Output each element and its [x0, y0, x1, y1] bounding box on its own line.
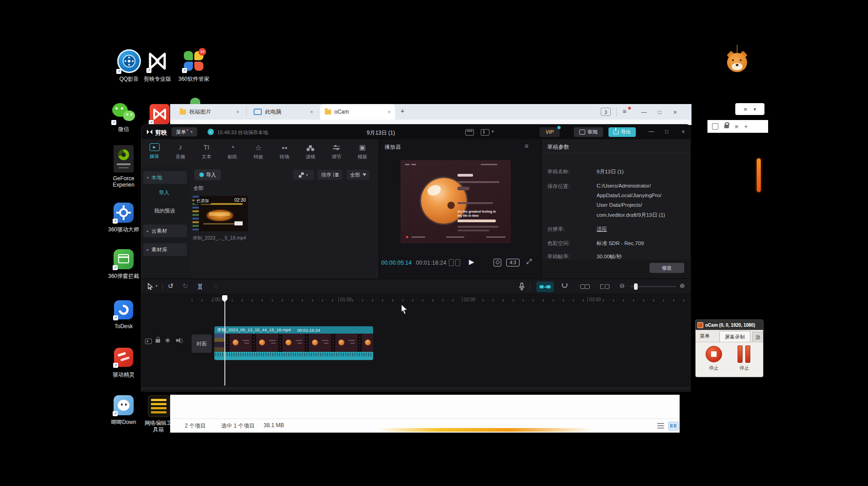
- jy-minimize-button[interactable]: —: [649, 128, 654, 135]
- desktop-icon-wechat[interactable]: ↗ 微信: [109, 102, 138, 134]
- vip-button[interactable]: VIP: [540, 127, 560, 137]
- ocam-tab-partial[interactable]: 游: [752, 332, 764, 342]
- tab-close-icon[interactable]: ×: [310, 110, 313, 115]
- jy-maximize-button[interactable]: □: [665, 128, 668, 135]
- playhead-line[interactable]: [224, 297, 225, 386]
- menu-icon[interactable]: ≡: [735, 123, 738, 130]
- jianying-app-icon[interactable]: ↗: [150, 104, 170, 124]
- ocam-titlebar[interactable]: oCam (0, 0, 1920, 1080): [696, 320, 763, 330]
- menu-icon[interactable]: ≡: [743, 106, 747, 113]
- tab-media[interactable]: ▶ 媒体: [141, 139, 167, 164]
- tab-count-badge[interactable]: 3: [601, 108, 611, 116]
- zoom-in-icon[interactable]: ⊕: [680, 282, 685, 289]
- desktop-icon-network-toolbox[interactable]: 网络编辑工具箱: [143, 395, 173, 439]
- filter-button[interactable]: 全部: [347, 170, 369, 180]
- aspect-ratio-button[interactable]: 4:3: [506, 259, 520, 267]
- split-button[interactable]: ][: [198, 283, 203, 289]
- tab-ocam[interactable]: oCam ×: [320, 104, 395, 120]
- modify-button[interactable]: 修改: [650, 263, 684, 273]
- ocam-tab-screen-record[interactable]: 屏幕录制: [719, 331, 750, 342]
- orange-scrollbar[interactable]: [757, 158, 761, 192]
- prev-frame-icon[interactable]: [449, 259, 454, 266]
- import-button[interactable]: 导入: [194, 169, 221, 180]
- track-main-icon[interactable]: [145, 339, 152, 344]
- desktop-icon-jianying[interactable]: ↗ 剪映专业版: [140, 49, 174, 86]
- desktop-icon-todesk[interactable]: ↗ ToDesk: [109, 300, 138, 339]
- sidebar-item-presets[interactable]: 我的预设: [154, 208, 175, 214]
- media-clip-card[interactable]: 已添加 02:30: [192, 196, 248, 231]
- tab-transitions[interactable]: ▸◂ 转场: [271, 139, 297, 164]
- sidebar-item-cloud[interactable]: ▸ 云素材: [143, 225, 187, 237]
- thumbnail-view-icon[interactable]: [668, 422, 679, 430]
- param-path-line3: User Data/Projects/: [597, 202, 642, 208]
- link-clips-icon[interactable]: [580, 284, 589, 288]
- record-voiceover-icon[interactable]: [519, 282, 525, 290]
- fullscreen-icon[interactable]: ⤢: [526, 257, 532, 266]
- sidebar-item-import[interactable]: 导入: [159, 189, 169, 196]
- desktop-icon-360-popup-blocker[interactable]: ↗ 360弹窗拦截: [109, 249, 138, 291]
- jy-close-button[interactable]: ×: [681, 128, 685, 135]
- tab-effects[interactable]: ☆ 特效: [245, 139, 271, 164]
- link-preview-toggle[interactable]: [536, 282, 554, 292]
- next-frame-icon[interactable]: [455, 259, 460, 266]
- tab-this-pc[interactable]: 此电脑 ×: [249, 104, 317, 120]
- menu-button[interactable]: 菜单 ▾: [172, 127, 197, 136]
- zoom-out-icon[interactable]: ⊖: [619, 282, 625, 289]
- ocam-pause-button[interactable]: [738, 345, 751, 363]
- tab-adjust[interactable]: 调节: [323, 139, 349, 164]
- cover-button[interactable]: 封面: [192, 334, 212, 353]
- window-close-button[interactable]: ×: [669, 107, 681, 118]
- window-minimize-button[interactable]: —: [638, 107, 650, 118]
- timeline-clip[interactable]: 录制_2023_09_13_15_44_15_18.mp4 00:01:16:2…: [214, 326, 373, 360]
- timeline-scrollbar[interactable]: [141, 387, 690, 390]
- review-button[interactable]: 审阅: [574, 127, 603, 137]
- player-menu-icon[interactable]: ≡: [525, 142, 528, 150]
- delete-button[interactable]: □: [214, 283, 218, 289]
- grid-icon[interactable]: [712, 123, 718, 130]
- lock-icon[interactable]: [724, 125, 729, 128]
- window-maximize-button[interactable]: □: [653, 107, 666, 118]
- desktop-icon-jijidown[interactable]: ↗ 唧唧Down: [109, 395, 139, 432]
- desktop-icon-360-manager[interactable]: 16 ↗ 360软件管家: [177, 49, 211, 86]
- tab-text[interactable]: TI 文本: [193, 139, 219, 164]
- sort-button[interactable]: 排序: [317, 170, 342, 180]
- new-tab-button[interactable]: +: [400, 107, 405, 115]
- tab-blessing-images[interactable]: 祝福图片 ×: [175, 104, 244, 120]
- sidebar-item-library[interactable]: ▸ 素材库: [143, 243, 187, 256]
- video-preview[interactable]: It's the greatest feeling in my life in …: [400, 160, 511, 243]
- tab-filters[interactable]: 滤镜: [297, 139, 323, 164]
- track-mute-icon[interactable]: [176, 338, 182, 343]
- fit-frame-icon[interactable]: [494, 259, 501, 267]
- track-lock-icon[interactable]: [156, 339, 160, 343]
- undo-button[interactable]: ↺: [168, 282, 174, 290]
- list-view-icon[interactable]: [657, 423, 664, 429]
- tab-sticker[interactable]: ◔ 贴纸: [219, 139, 245, 164]
- select-tool-chevron-icon[interactable]: ▾: [156, 284, 157, 288]
- split-preview-icon[interactable]: [600, 284, 609, 289]
- chevron-down-icon[interactable]: ▾: [754, 106, 756, 112]
- desktop-icon-360-driver[interactable]: ↗ 360驱动大师: [109, 203, 138, 243]
- tab-close-icon[interactable]: ×: [236, 110, 239, 115]
- tab-templates[interactable]: ▣ 模板: [349, 139, 375, 164]
- ocam-menu[interactable]: 菜单: [700, 333, 710, 340]
- track-visibility-icon[interactable]: ◉: [165, 337, 170, 343]
- tab-audio[interactable]: ♪ 音频: [167, 139, 193, 164]
- tab-close-icon[interactable]: ×: [388, 110, 390, 115]
- chevron-down-icon[interactable]: ▾: [492, 129, 494, 134]
- param-resolution-value[interactable]: 适应: [597, 226, 607, 233]
- sidebar-item-local[interactable]: ▾ 本地: [143, 171, 187, 184]
- desktop-icon-drive-genius[interactable]: ↗ 驱动精灵: [109, 348, 138, 389]
- select-tool-icon[interactable]: [147, 283, 153, 290]
- layout-view-icon[interactable]: [481, 129, 489, 136]
- ocam-stop-button[interactable]: [706, 346, 722, 362]
- browser-menu-icon[interactable]: ≡: [623, 108, 626, 115]
- add-icon[interactable]: +: [744, 123, 748, 130]
- magnet-toggle-icon[interactable]: [562, 283, 567, 288]
- timeline-zoom-knob[interactable]: [634, 283, 638, 290]
- board-view-icon[interactable]: [465, 129, 474, 136]
- export-button[interactable]: 导出: [608, 127, 636, 137]
- play-button[interactable]: ▶: [469, 258, 474, 266]
- redo-button[interactable]: ↻: [182, 282, 188, 290]
- view-mode-button[interactable]: ▾: [293, 170, 314, 180]
- desktop-icon-geforce[interactable]: GeForce Experien: [109, 145, 138, 191]
